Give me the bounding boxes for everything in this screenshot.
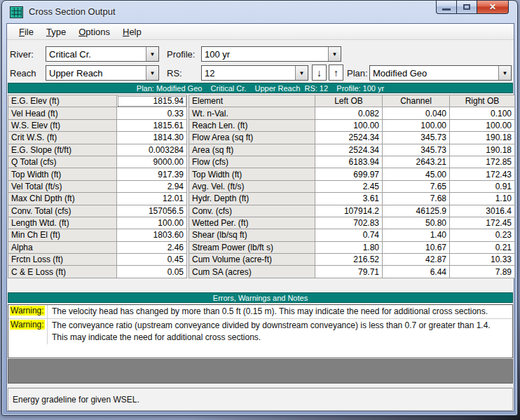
table-row: Q Total (cfs)9000.00 [8,156,187,168]
reach-combobox[interactable]: Upper Reach ▼ [46,65,159,81]
menu-item-type[interactable]: Type [40,25,72,39]
row-value[interactable]: 1814.30 [117,132,187,144]
row-value[interactable]: 216.52 [315,254,383,266]
row-value[interactable]: 2524.34 [315,144,383,156]
row-value[interactable]: 100.00 [383,119,450,131]
row-value[interactable]: 190.18 [450,144,515,156]
row-label: Top Width (ft) [189,168,315,180]
row-value[interactable]: 172.43 [450,168,515,180]
row-value[interactable]: 100.00 [450,119,515,131]
row-value[interactable]: 9000.00 [117,156,187,168]
row-value[interactable]: 2524.34 [315,132,383,144]
row-value[interactable]: 45.00 [383,168,450,180]
row-value[interactable]: 0.74 [315,229,383,241]
rs-up-button[interactable]: ↑ [329,65,343,81]
row-value[interactable]: 699.97 [315,168,383,180]
summary-output-table: E.G. Elev (ft)1815.94Vel Head (ft)0.33W.… [8,95,187,278]
row-value[interactable]: 0.23 [450,229,515,241]
row-value[interactable]: 1803.60 [117,229,187,241]
row-value[interactable]: 0.003284 [117,144,187,156]
plan-label: Plan: [347,68,368,79]
row-value[interactable]: 100.00 [117,217,187,229]
row-value[interactable]: 345.73 [383,132,450,144]
row-value[interactable]: 6.44 [383,266,450,278]
close-button[interactable]: ✕ [477,1,509,14]
row-value[interactable]: 107914.2 [315,205,383,217]
row-value[interactable]: 0.33 [117,107,187,119]
title-bar[interactable]: Cross Section Output ✕ [2,1,517,23]
row-value[interactable]: 1.10 [450,193,515,205]
row-value[interactable]: 917.39 [117,168,187,180]
row-value[interactable]: 2643.21 [383,156,450,168]
row-value[interactable]: 0.45 [117,254,187,266]
row-value[interactable]: 7.89 [450,266,515,278]
row-value[interactable]: 190.18 [450,132,515,144]
row-value[interactable]: 7.68 [383,193,450,205]
chevron-down-icon[interactable]: ▼ [295,66,308,80]
warning-row: Warning:The conveyance ratio (upstream c… [8,319,512,344]
row-value[interactable]: 7.65 [383,180,450,192]
row-value[interactable]: 0.91 [450,180,515,192]
river-combobox[interactable]: Critical Cr. ▼ [46,46,159,62]
minimize-button[interactable] [436,1,457,14]
row-value[interactable]: 0.040 [383,107,450,119]
table-row: Avg. Vel. (ft/s)2.457.650.91 [189,180,515,192]
chevron-down-icon[interactable]: ▼ [146,47,158,61]
row-value[interactable]: 100.00 [315,119,383,131]
row-value[interactable]: 10.67 [383,241,450,253]
row-value[interactable]: 1.80 [315,241,383,253]
row-value[interactable]: 10.33 [450,254,515,266]
minimize-icon [442,8,451,11]
errors-warnings-header: Errors, Warnings and Notes [8,292,513,303]
row-value[interactable]: 702.83 [315,217,383,229]
row-value[interactable]: 79.71 [315,266,383,278]
menu-bar: FileTypeOptionsHelp [7,24,514,40]
row-value[interactable]: 50.80 [383,217,450,229]
row-value[interactable]: 2.46 [117,241,187,253]
reach-label: Reach [10,68,36,79]
menu-item-options[interactable]: Options [72,25,116,39]
row-value[interactable]: 12.01 [117,193,187,205]
maximize-button[interactable] [457,1,477,14]
row-value[interactable]: 42.87 [383,254,450,266]
close-icon: ✕ [489,2,496,12]
table-row: Stream Power (lb/ft s)1.8010.670.21 [189,241,515,253]
row-value[interactable]: 1.40 [383,229,450,241]
row-value[interactable]: 2.45 [315,180,383,192]
row-value[interactable]: 345.73 [383,144,450,156]
row-value[interactable]: 172.85 [450,156,515,168]
table-row: Alpha2.46 [8,241,187,253]
chevron-down-icon[interactable]: ▼ [498,66,511,80]
plan-combobox[interactable]: Modified Geo ▼ [369,65,512,81]
row-value[interactable]: 0.21 [450,241,515,253]
row-value[interactable]: 2.94 [117,180,187,192]
rs-combobox[interactable]: 12 ▼ [201,65,308,81]
chevron-down-icon[interactable]: ▼ [328,47,341,61]
chevron-down-icon[interactable]: ▼ [146,66,158,80]
table-row: Min Ch El (ft)1803.60 [8,229,187,241]
cross-section-table-icon [10,6,23,18]
warnings-list: Warning:The velocity head has changed by… [8,304,513,358]
row-value[interactable]: 6183.94 [315,156,383,168]
row-label: C & E Loss (ft) [8,266,117,278]
rs-down-button[interactable]: ↓ [312,65,327,81]
row-label: Hydr. Depth (ft) [189,193,315,205]
status-message: Energy gradeline for given WSEL. [13,395,139,405]
profile-combobox[interactable]: 100 yr ▼ [201,46,341,62]
row-value[interactable]: 0.100 [450,107,515,119]
row-label: Frctn Loss (ft) [8,254,117,266]
row-value[interactable]: 1815.61 [117,119,187,131]
row-value[interactable]: 0.082 [315,107,383,119]
row-value[interactable]: 3.61 [315,193,383,205]
row-value[interactable]: 172.45 [450,217,515,229]
row-value[interactable]: 46125.9 [383,205,450,217]
table-row: Hydr. Depth (ft)3.617.681.10 [189,193,515,205]
menu-item-file[interactable]: File [13,25,40,39]
row-value[interactable]: 1815.94 [117,95,187,107]
row-value[interactable]: 157056.5 [117,205,187,217]
menu-item-help[interactable]: Help [116,25,148,39]
row-label: Crit W.S. (ft) [8,132,117,144]
row-label: Alpha [8,241,117,253]
row-value[interactable]: 3016.4 [450,205,515,217]
row-value[interactable]: 0.05 [117,266,187,278]
